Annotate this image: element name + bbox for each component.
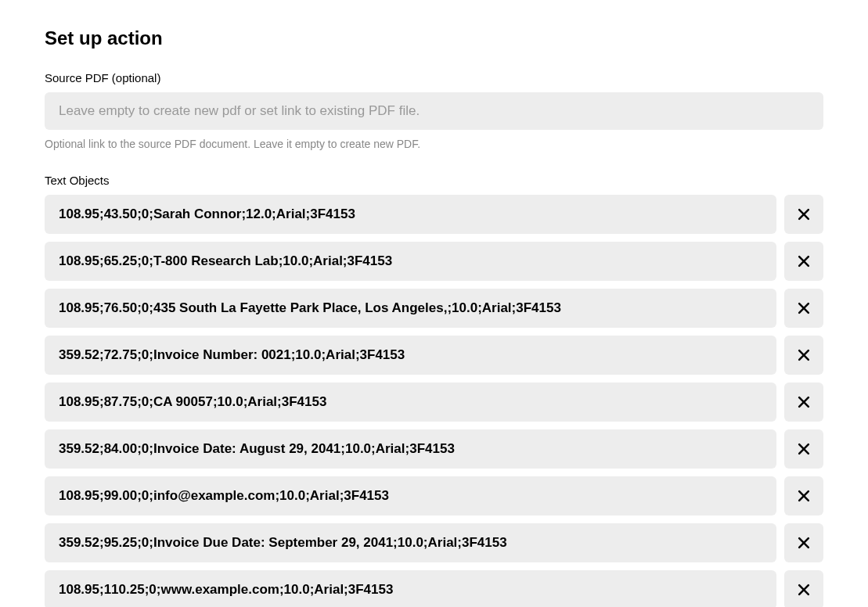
close-icon — [796, 488, 812, 504]
source-pdf-help-text: Optional link to the source PDF document… — [45, 138, 823, 150]
text-object-item[interactable]: 108.95;110.25;0;www.example.com;10.0;Ari… — [45, 570, 776, 607]
source-pdf-label: Source PDF (optional) — [45, 71, 823, 84]
remove-button[interactable] — [784, 429, 823, 469]
close-icon — [796, 347, 812, 363]
remove-button[interactable] — [784, 336, 823, 375]
close-icon — [796, 394, 812, 410]
text-object-row: 359.52;95.25;0;Invoice Due Date: Septemb… — [45, 523, 823, 562]
text-object-row: 108.95;110.25;0;www.example.com;10.0;Ari… — [45, 570, 823, 607]
close-icon — [796, 207, 812, 222]
remove-button[interactable] — [784, 289, 823, 328]
remove-button[interactable] — [784, 242, 823, 281]
text-object-row: 108.95;87.75;0;CA 90057;10.0;Arial;3F415… — [45, 383, 823, 422]
close-icon — [796, 253, 812, 269]
text-object-row: 108.95;99.00;0;info@example.com;10.0;Ari… — [45, 476, 823, 515]
text-object-row: 108.95;65.25;0;T-800 Research Lab;10.0;A… — [45, 242, 823, 281]
text-object-item[interactable]: 108.95;87.75;0;CA 90057;10.0;Arial;3F415… — [45, 383, 776, 422]
remove-button[interactable] — [784, 523, 823, 562]
close-icon — [796, 300, 812, 316]
text-objects-label: Text Objects — [45, 174, 823, 187]
text-object-row: 108.95;76.50;0;435 South La Fayette Park… — [45, 289, 823, 328]
text-object-item[interactable]: 108.95;65.25;0;T-800 Research Lab;10.0;A… — [45, 242, 776, 281]
text-object-item[interactable]: 108.95;76.50;0;435 South La Fayette Park… — [45, 289, 776, 328]
text-object-item[interactable]: 108.95;43.50;0;Sarah Connor;12.0;Arial;3… — [45, 195, 776, 234]
text-object-row: 359.52;72.75;0;Invoice Number: 0021;10.0… — [45, 336, 823, 375]
text-object-row: 108.95;43.50;0;Sarah Connor;12.0;Arial;3… — [45, 195, 823, 234]
text-object-item[interactable]: 359.52;72.75;0;Invoice Number: 0021;10.0… — [45, 336, 776, 375]
text-object-item[interactable]: 108.95;99.00;0;info@example.com;10.0;Ari… — [45, 476, 776, 515]
remove-button[interactable] — [784, 195, 823, 234]
text-object-item[interactable]: 359.52;84.00;0;Invoice Date: August 29, … — [45, 429, 776, 469]
remove-button[interactable] — [784, 476, 823, 515]
close-icon — [796, 535, 812, 551]
text-object-row: 359.52;84.00;0;Invoice Date: August 29, … — [45, 429, 823, 469]
remove-button[interactable] — [784, 570, 823, 607]
close-icon — [796, 441, 812, 457]
close-icon — [796, 582, 812, 598]
remove-button[interactable] — [784, 383, 823, 422]
source-pdf-input[interactable] — [45, 92, 823, 130]
text-object-item[interactable]: 359.52;95.25;0;Invoice Due Date: Septemb… — [45, 523, 776, 562]
page-title: Set up action — [45, 27, 823, 49]
text-objects-list: 108.95;43.50;0;Sarah Connor;12.0;Arial;3… — [45, 195, 823, 607]
